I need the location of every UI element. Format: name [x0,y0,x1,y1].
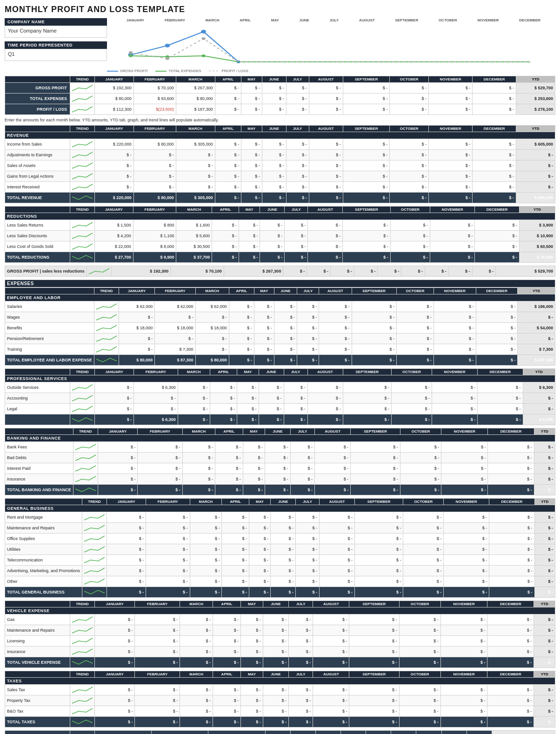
chart-legend: GROSS PROFIT TOTAL EXPENSES PROFIT / LOS… [107,69,555,73]
cell-ytd: $ - [534,576,555,587]
cell-jan: $ 62,000 [119,301,155,312]
col-month-5: JUNE [263,671,288,678]
cell-may: $ - [239,252,260,263]
cell-nov: $ - [430,231,475,241]
trend-cell [94,334,119,344]
total-row: TOTAL EXPENSES$ 80,000$ 93,600$ 80,000$ … [5,731,555,734]
cell-feb: $ - [146,587,190,598]
cell-may: $ - [241,182,262,193]
col-month-9: OCTOBER [392,369,432,375]
cell-sep: $ - [351,463,400,474]
trend-cell [70,414,95,425]
company-name-input[interactable]: Your Company Name [5,26,107,38]
cell-oct: $ - [396,355,433,366]
col-month-1: FEBRUARY [146,499,190,505]
cell-oct: $ - [396,323,433,334]
col-month-11: DECEMBER [475,207,520,213]
cell-jun: $ - [263,636,288,647]
cell-dec: $ - [473,182,516,193]
general-business-table: TRENDJANUARYFEBRUARYMARCHAPRILMAYJUNEJUL… [5,498,555,598]
cell-apr: $ - [215,104,241,115]
cell-may: $ - [241,706,263,717]
col-month-0: JANUARY [107,499,146,505]
cell-jan: $ 80,000 [95,731,152,734]
cell-mar: $ 80,000 [208,731,265,734]
trend-cell [70,695,95,706]
cell-sep: $ - [343,104,390,115]
svg-point-6 [202,54,206,57]
cell-jul: $ - [297,301,319,312]
cell-nov: $ - [440,636,487,647]
col-month-5: JUNE [259,369,284,375]
cell-nov: $ - [440,614,487,625]
time-period-input[interactable]: Q1 [5,49,107,61]
trend-cell [82,512,107,523]
cell-mar: $ 62,000 [195,301,229,312]
cell-dec: $ - [487,717,534,727]
cell-oct: $ - [399,636,440,647]
cell-jan: $ - [98,474,138,485]
col-month-8: SEPTEMBER [352,288,396,294]
col-month-10: NOVEMBER [434,288,476,294]
cell-sep: $ - [352,312,396,323]
cell-apr: $ - [222,555,249,566]
legend-gross-profit: GROSS PROFIT [107,69,148,73]
cell-mar: $ - [190,555,222,566]
col-month-10: NOVEMBER [440,601,487,607]
cell-apr: $ - [210,414,237,425]
trend-cell [70,93,95,104]
cell-apr: $ - [222,534,249,544]
cell-nov: $ - [441,453,488,463]
cell-feb: $ 800 [133,220,176,231]
cell-dec: $ - [473,93,516,104]
table-row: Insurance$ -$ -$ -$ -$ -$ -$ -$ -$ -$ -$… [5,647,555,657]
cell-ytd: $ - [534,512,555,523]
cell-nov: $ - [440,647,487,657]
vehicle-expense-table: TRENDJANUARYFEBRUARYMARCHAPRILMAYJUNEJUL… [5,601,555,668]
cell-mar: $ 305,000 [176,139,215,150]
table-row: Property Tax$ -$ -$ -$ -$ -$ -$ -$ -$ -$… [5,695,555,706]
cell-jul: $ - [289,647,313,657]
cell-may: $ - [241,695,263,706]
col-label [5,601,70,607]
cell-nov: $ - [428,171,472,182]
cell-aug: $ - [307,382,343,393]
section-label: PROFESSIONAL SERVICES [5,375,555,382]
cell-may: $ - [237,404,259,414]
cell-may: $ - [241,193,262,203]
cell-ytd: $ 529,700 [516,83,555,93]
row-label: Office Supplies [5,534,82,544]
cell-ytd: $ - [516,150,555,160]
legend-line-green [155,71,167,72]
section-header-row: TAXES [5,678,555,685]
cell-aug: $ - [320,523,355,534]
cell-jan: $ 112,300 [95,104,134,115]
cell-sep: $ - [343,393,392,404]
cell-apr: $ - [213,647,241,657]
cell-dec: $ - [489,534,534,544]
cell-feb: $ 18,000 [155,323,195,334]
cell-nov: $ - [428,160,472,171]
cell-mar: $ - [180,717,213,727]
cell-oct: $ - [399,717,440,727]
cell-jul: $ - [290,463,314,474]
row-label: Other [5,576,82,587]
col-month-10: NOVEMBER [428,126,472,132]
col-month-10: NOVEMBER [430,207,475,213]
cell-dec: $ - [475,231,520,241]
cell-aug: $ - [309,150,343,160]
section-header-row: VEHICLE EXPENSE [5,607,555,614]
legend-line-dashed [209,71,220,71]
cell-nov: $ - [448,266,472,277]
cell-mar: $ - [195,344,229,355]
col-month-7: AUGUST [314,428,350,435]
cell-jul: $ - [289,657,313,668]
cell-nov: $ - [441,474,488,485]
trend-cell [70,231,95,241]
page-title: MONTHLY PROFIT AND LOSS TEMPLATE [5,5,555,14]
cell-jul: $ - [284,393,307,404]
cell-jul: $ - [289,636,313,647]
table-row: Other$ -$ -$ -$ -$ -$ -$ -$ -$ -$ -$ -$ … [5,576,555,587]
cell-apr: $ - [213,717,241,727]
col-month-3: APRIL [213,671,241,678]
